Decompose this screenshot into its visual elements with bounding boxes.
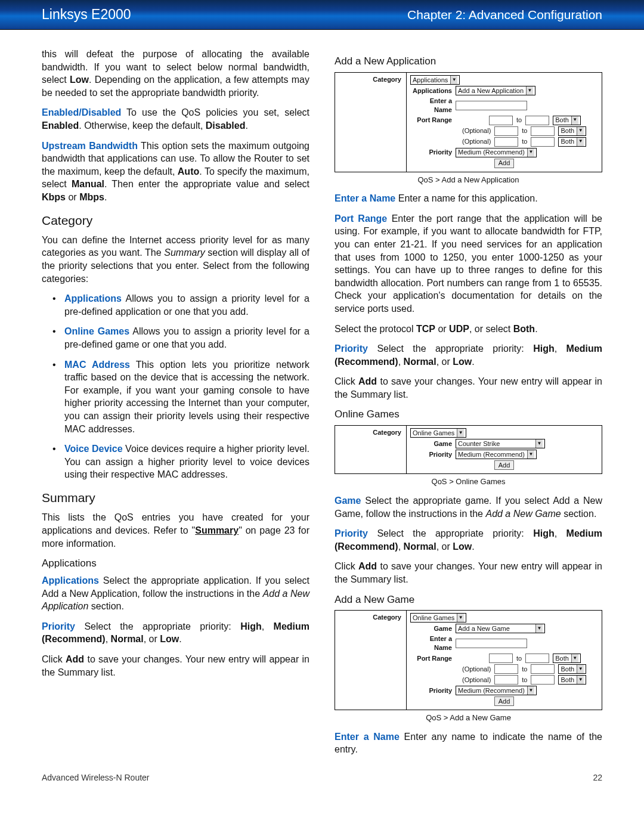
online-games-heading: Online Games [335, 408, 602, 422]
add-button[interactable]: Add [494, 159, 515, 168]
priority-paragraph: Priority Select the appropriate priority… [335, 342, 602, 368]
chevron-down-icon: ▼ [450, 76, 457, 84]
category-dropdown[interactable]: Online Games▼ [410, 613, 466, 623]
category-dropdown[interactable]: Online Games▼ [410, 428, 466, 438]
fig-label-category: Category [335, 611, 406, 621]
apps-paragraph: Applications Select the appropriate appl… [42, 574, 309, 613]
chevron-down-icon: ▼ [577, 127, 584, 135]
fig-label-category: Category [335, 73, 406, 83]
add-game-heading: Add a New Game [335, 593, 602, 607]
port-to-input[interactable] [531, 664, 555, 674]
port-to-input[interactable] [531, 675, 555, 685]
add-application-heading: Add a New Application [335, 55, 602, 69]
port-from-input[interactable] [494, 675, 518, 685]
upstream-paragraph: Upstream Bandwidth This option sets the … [42, 140, 309, 204]
figure-add-application: Category Applications▼ ApplicationsAdd a… [335, 72, 602, 172]
chapter-title: Chapter 2: Advanced Configuration [407, 8, 602, 22]
click-add-paragraph: Click Add to save your changes. Your new… [335, 375, 602, 401]
footer-left: Advanced Wireless-N Router [42, 773, 150, 782]
add-button[interactable]: Add [494, 696, 515, 706]
fig-label-category: Category [335, 426, 406, 436]
page-footer: Advanced Wireless-N Router 22 [0, 773, 644, 794]
protocol-paragraph: Select the protocol TCP or UDP, or selec… [335, 323, 602, 336]
protocol-dropdown[interactable]: Both▼ [558, 664, 586, 674]
page-body: this will defeat the purpose of allocati… [0, 30, 644, 773]
click-add-paragraph: Click Add to save your changes. Your new… [335, 560, 602, 586]
portrange-paragraph: Port Range Enter the port range that the… [335, 212, 602, 315]
figure-online-games: Category Online Games▼ GameCounter Strik… [335, 425, 602, 474]
port-from-input[interactable] [494, 126, 518, 136]
entername-paragraph: Enter a Name Enter any name to indicate … [335, 730, 602, 756]
chevron-down-icon: ▼ [457, 429, 464, 437]
protocol-dropdown[interactable]: Both▼ [553, 654, 581, 663]
summary-link[interactable]: Summary [195, 525, 239, 535]
port-from-input[interactable] [494, 137, 518, 147]
chevron-down-icon: ▼ [571, 654, 578, 662]
right-column: Add a New Application Category Applicati… [335, 48, 602, 763]
port-to-input[interactable] [531, 137, 555, 147]
figure-caption: QoS > Add a New Game [335, 713, 602, 723]
chevron-down-icon: ▼ [527, 148, 534, 157]
protocol-dropdown[interactable]: Both▼ [553, 116, 581, 125]
category-heading: Category [42, 212, 309, 229]
priority-paragraph: Priority Select the appropriate priority… [42, 620, 309, 646]
port-from-input[interactable] [494, 664, 518, 674]
enabled-paragraph: Enabled/Disabled To use the QoS policies… [42, 106, 309, 132]
chevron-down-icon: ▼ [571, 116, 578, 125]
chevron-down-icon: ▼ [526, 86, 533, 95]
name-input[interactable] [456, 101, 527, 110]
product-name: Linksys E2000 [42, 7, 131, 23]
priority-dropdown[interactable]: Medium (Recommend)▼ [456, 148, 537, 157]
category-dropdown[interactable]: Applications▼ [410, 75, 460, 85]
figure-caption: QoS > Add a New Application [335, 175, 602, 185]
left-column: this will defeat the purpose of allocati… [42, 48, 309, 763]
chevron-down-icon: ▼ [535, 624, 543, 633]
port-to-input[interactable] [525, 116, 549, 125]
chevron-down-icon: ▼ [457, 614, 464, 622]
protocol-dropdown[interactable]: Both▼ [558, 675, 586, 685]
category-paragraph: You can define the Internet access prior… [42, 234, 309, 285]
game-paragraph: Game Select the appropriate game. If you… [335, 494, 602, 520]
category-list: Applications Allows you to assign a prio… [52, 292, 309, 481]
game-dropdown[interactable]: Add a New Game▼ [456, 624, 545, 633]
list-item: Online Games Allows you to assign a prio… [52, 325, 309, 351]
summary-paragraph: This lists the QoS entries you have crea… [42, 511, 309, 550]
chevron-down-icon: ▼ [527, 686, 534, 695]
port-from-input[interactable] [489, 116, 513, 125]
chevron-down-icon: ▼ [577, 138, 584, 146]
applications-dropdown[interactable]: Add a New Application▼ [456, 86, 535, 95]
add-button[interactable]: Add [494, 460, 515, 470]
game-dropdown[interactable]: Counter Strike▼ [456, 439, 545, 448]
page-header: Linksys E2000 Chapter 2: Advanced Config… [0, 0, 644, 30]
priority-dropdown[interactable]: Medium (Recommend)▼ [456, 450, 537, 459]
priority-dropdown[interactable]: Medium (Recommend)▼ [456, 686, 537, 695]
name-input[interactable] [456, 639, 527, 648]
port-to-input[interactable] [525, 654, 549, 663]
list-item: MAC Address This option lets you priorit… [52, 358, 309, 436]
summary-heading: Summary [42, 490, 309, 506]
port-to-input[interactable] [531, 126, 555, 136]
page-number: 22 [593, 773, 602, 782]
entername-paragraph: Enter a Name Enter a name for this appli… [335, 192, 602, 205]
figure-caption: QoS > Online Games [335, 476, 602, 487]
protocol-dropdown[interactable]: Both▼ [558, 137, 586, 147]
chevron-down-icon: ▼ [577, 676, 584, 684]
chevron-down-icon: ▼ [527, 450, 534, 459]
chevron-down-icon: ▼ [577, 665, 584, 673]
figure-add-game: Category Online Games▼ GameAdd a New Gam… [335, 610, 602, 710]
protocol-dropdown[interactable]: Both▼ [558, 126, 586, 136]
port-from-input[interactable] [489, 654, 513, 663]
click-add-paragraph: Click Add to save your changes. Your new… [42, 653, 309, 679]
priority-paragraph: Priority Select the appropriate priority… [335, 527, 602, 553]
list-item: Voice Device Voice devices require a hig… [52, 442, 309, 481]
applications-heading: Applications [42, 557, 309, 571]
intro-paragraph: this will defeat the purpose of allocati… [42, 48, 309, 99]
chevron-down-icon: ▼ [535, 439, 543, 448]
list-item: Applications Allows you to assign a prio… [52, 292, 309, 318]
